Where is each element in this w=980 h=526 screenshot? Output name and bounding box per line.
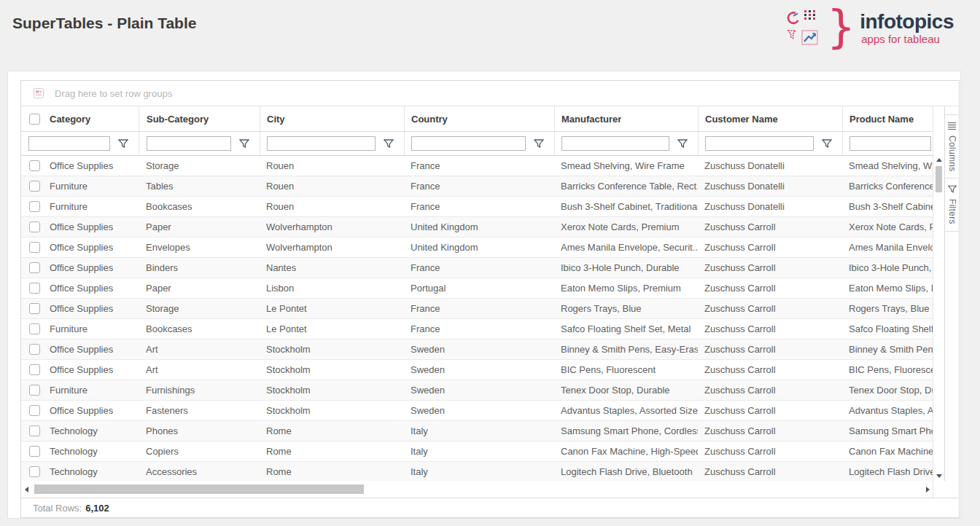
filter-menu-button-manufacturer[interactable] xyxy=(677,138,688,149)
row-checkbox[interactable] xyxy=(29,446,40,457)
cell-category: Office Supplies xyxy=(21,258,139,278)
cell-country-text: Sweden xyxy=(411,385,445,396)
vertical-scrollbar[interactable] xyxy=(933,106,944,481)
logo-glyph-cluster-icon xyxy=(785,7,824,49)
filter-menu-button-category[interactable] xyxy=(117,138,128,149)
row-checkbox[interactable] xyxy=(29,405,40,416)
row-checkbox[interactable] xyxy=(29,466,40,477)
cell-country: Sweden xyxy=(404,401,554,420)
cell-manufacturer-text: Binney & Smith Pens, Easy-Erase xyxy=(561,344,698,355)
horizontal-scrollbar[interactable] xyxy=(21,481,959,498)
column-header-city[interactable]: City xyxy=(260,106,404,131)
scrollbar-corner xyxy=(933,481,959,498)
cell-sub-category: Binders xyxy=(139,258,260,278)
cell-customer-name: Zuschuss Carroll xyxy=(698,319,842,339)
cell-city: Nantes xyxy=(260,258,404,278)
row-checkbox[interactable] xyxy=(29,283,40,294)
scroll-up-button[interactable] xyxy=(933,154,944,165)
logo-brace: } xyxy=(827,6,855,48)
table-row: Office Supplies Storage Rouen France Sme… xyxy=(21,156,933,176)
filter-input-category[interactable] xyxy=(28,136,110,151)
horizontal-scrollbar-thumb[interactable] xyxy=(34,484,364,494)
row-checkbox[interactable] xyxy=(29,303,40,314)
side-tab-filters[interactable]: Filters xyxy=(945,178,959,232)
table-row: Office Supplies Envelopes Wolverhampton … xyxy=(21,238,933,258)
cell-city: Stockholm xyxy=(260,380,404,400)
cell-product-name-text: Samsung Smart Phone, Cordless xyxy=(849,425,933,436)
column-header-manufacturer[interactable]: Manufacturer xyxy=(554,106,698,131)
cell-customer-name: Zuschuss Carroll xyxy=(698,421,842,441)
cell-product-name: Advantus Staples, Assorted Sizes xyxy=(842,401,933,420)
cell-manufacturer-text: BIC Pens, Fluorescent xyxy=(561,364,656,375)
filter-menu-button-country[interactable] xyxy=(533,138,544,149)
cell-category: Furniture xyxy=(21,319,139,339)
side-tab-columns[interactable]: Columns xyxy=(945,114,959,178)
scroll-left-button[interactable] xyxy=(21,481,31,498)
row-checkbox[interactable] xyxy=(29,344,40,355)
cell-manufacturer-text: Canon Fax Machine, High-Speed xyxy=(561,446,698,457)
cell-sub-category: Art xyxy=(139,360,260,380)
cell-country-text: Sweden xyxy=(411,344,445,355)
row-checkbox[interactable] xyxy=(29,323,40,334)
cell-city-text: Stockholm xyxy=(266,385,311,396)
cell-customer-name: Zuschuss Carroll xyxy=(698,258,842,278)
cell-country: France xyxy=(404,156,554,176)
cell-sub-category-text: Storage xyxy=(146,160,179,171)
horizontal-scrollbar-track[interactable] xyxy=(31,481,922,498)
row-checkbox[interactable] xyxy=(29,364,40,375)
filter-icon xyxy=(118,139,128,149)
cell-customer-name: Zuschuss Donatelli xyxy=(698,176,842,196)
cell-sub-category: Accessories xyxy=(139,462,260,481)
row-checkbox[interactable] xyxy=(29,385,40,396)
cell-sub-category: Copiers xyxy=(139,441,260,461)
filter-input-product-name[interactable] xyxy=(849,136,931,151)
cell-manufacturer: Tenex Door Stop, Durable xyxy=(554,380,698,400)
row-checkbox[interactable] xyxy=(29,221,40,232)
triangle-left-icon xyxy=(25,487,28,492)
select-all-checkbox[interactable] xyxy=(29,114,40,125)
column-header-country[interactable]: Country xyxy=(404,106,554,131)
row-groups-dropzone[interactable]: Drag here to set row groups xyxy=(21,81,959,106)
table-row: Furniture Bookcases Le Pontet France Saf… xyxy=(21,319,933,339)
cell-product-name: BIC Pens, Fluorescent xyxy=(842,360,933,380)
cell-sub-category: Envelopes xyxy=(139,238,260,257)
column-header-category[interactable]: Category xyxy=(21,106,139,131)
row-checkbox[interactable] xyxy=(29,181,40,192)
filter-menu-button-city[interactable] xyxy=(383,138,394,149)
vertical-scrollbar-thumb[interactable] xyxy=(936,166,942,192)
cell-product-name-text: Ibico 3-Hole Punch, Durable xyxy=(849,262,933,273)
column-header-sub-category[interactable]: Sub-Category xyxy=(139,106,260,131)
scroll-down-button[interactable] xyxy=(933,471,944,481)
cell-sub-category: Phones xyxy=(139,421,260,441)
status-bar: Total Rows: 6,102 xyxy=(21,498,959,517)
cell-category: Furniture xyxy=(21,380,139,400)
cell-sub-category: Bookcases xyxy=(139,319,260,339)
row-checkbox[interactable] xyxy=(29,242,40,253)
cell-customer-name: Zuschuss Carroll xyxy=(698,360,842,380)
filter-input-city[interactable] xyxy=(267,136,376,151)
row-checkbox[interactable] xyxy=(29,425,40,436)
filter-input-customer-name[interactable] xyxy=(705,136,814,151)
column-header-customer-name[interactable]: Customer Name xyxy=(698,106,842,131)
filter-input-country[interactable] xyxy=(411,136,526,151)
cell-sub-category-text: Bookcases xyxy=(146,323,192,334)
cell-category: Technology xyxy=(21,462,139,481)
scroll-right-button[interactable] xyxy=(922,481,933,498)
cell-city: Wolverhampton xyxy=(260,238,404,257)
cell-customer-name: Zuschuss Donatelli xyxy=(698,156,842,176)
row-checkbox[interactable] xyxy=(29,201,40,212)
filter-menu-button-sub-category[interactable] xyxy=(238,138,249,149)
filter-menu-button-customer-name[interactable] xyxy=(821,138,832,149)
filter-input-manufacturer[interactable] xyxy=(561,136,669,151)
cell-city: Stockholm xyxy=(260,339,404,359)
filter-icon xyxy=(677,139,688,149)
column-header-product-name[interactable]: Product Name xyxy=(842,106,933,131)
cell-country: France xyxy=(404,197,554,216)
cell-product-name: Bush 3-Shelf Cabinet, Traditional xyxy=(842,197,933,216)
cell-customer-name-text: Zuschuss Carroll xyxy=(704,323,776,334)
cell-city: Rome xyxy=(260,462,404,481)
cell-manufacturer: Barricks Conference Table, Rect... xyxy=(554,176,698,196)
filter-input-sub-category[interactable] xyxy=(147,136,231,151)
row-checkbox[interactable] xyxy=(29,262,40,273)
row-checkbox[interactable] xyxy=(29,160,40,171)
